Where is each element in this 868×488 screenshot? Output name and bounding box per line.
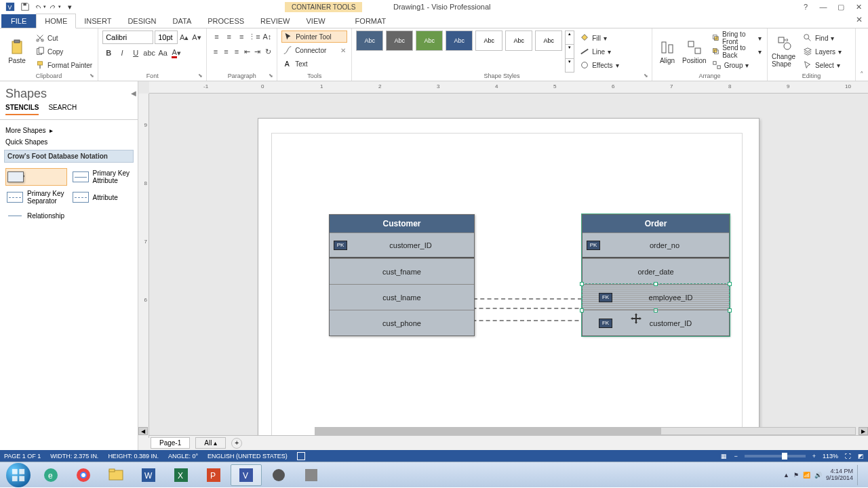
case-icon[interactable]: Aa	[157, 47, 169, 59]
tab-design[interactable]: DESIGN	[119, 14, 164, 28]
entity-row-selected[interactable]: FK employee_ID	[583, 284, 729, 310]
entity-order[interactable]: Order PK order_no order_date FK employee…	[582, 214, 730, 336]
quick-shapes-button[interactable]: Quick Shapes	[4, 137, 134, 150]
zoom-slider[interactable]	[745, 455, 806, 458]
bullets-icon[interactable]: ⋮≡	[248, 30, 260, 43]
shape-entity[interactable]: Entity	[5, 168, 67, 186]
style-swatch-4[interactable]: Abc	[446, 30, 473, 51]
horizontal-scrollbar[interactable]	[315, 427, 856, 435]
fit-page-icon[interactable]: ⛶	[845, 453, 851, 460]
tab-data[interactable]: DATA	[165, 14, 200, 28]
style-swatch-2[interactable]: Abc	[386, 30, 413, 51]
format-painter-button[interactable]: Format Painter	[34, 59, 94, 71]
copy-button[interactable]: Copy	[34, 45, 94, 58]
send-back-button[interactable]: Send to Back▾	[711, 45, 763, 58]
layers-button[interactable]: Layers▾	[802, 45, 843, 58]
rotate-text-icon[interactable]: ↻	[264, 45, 273, 58]
zoom-out-icon[interactable]: −	[734, 453, 737, 460]
bold-icon[interactable]: B	[102, 47, 115, 59]
entity-row[interactable]: PK customer_ID	[330, 232, 474, 258]
all-tab[interactable]: All ▴	[195, 437, 226, 449]
style-swatch-3[interactable]: Abc	[416, 30, 443, 51]
show-desktop-button[interactable]	[857, 465, 863, 485]
align-top-icon[interactable]: ≡	[211, 30, 222, 43]
task-excel[interactable]: X	[165, 464, 197, 486]
add-page-icon[interactable]: +	[231, 438, 242, 449]
entity-customer[interactable]: Customer PK customer_ID cust_fname cust_…	[329, 214, 475, 336]
tray-flag-icon[interactable]: ⚑	[793, 472, 799, 479]
align-left-icon[interactable]: ≡	[211, 45, 220, 58]
scroll-left-end-icon[interactable]: ◀	[138, 427, 149, 435]
grow-font-icon[interactable]: A▴	[179, 31, 190, 43]
inc-indent-icon[interactable]: ⇥	[253, 45, 262, 58]
dec-indent-icon[interactable]: ⇤	[243, 45, 252, 58]
close-document-icon[interactable]: ✕	[856, 15, 863, 24]
stencils-tab[interactable]: STENCILS	[5, 104, 39, 115]
style-swatch-5[interactable]: Abc	[475, 30, 502, 51]
connector-button[interactable]: Connector✕	[281, 44, 347, 56]
style-swatch-7[interactable]: Abc	[535, 30, 562, 51]
task-ie[interactable]: e	[35, 464, 66, 486]
style-swatch-6[interactable]: Abc	[505, 30, 532, 51]
macro-record-icon[interactable]	[297, 452, 305, 460]
shape-attribute[interactable]: Attribute	[71, 188, 133, 206]
tray-up-icon[interactable]: ▲	[783, 472, 789, 479]
tab-view[interactable]: VIEW	[298, 14, 333, 28]
undo-icon[interactable]: ▾	[34, 1, 46, 13]
font-name-input[interactable]: Calibri	[102, 30, 153, 44]
task-chrome[interactable]	[68, 464, 99, 486]
relationship-line[interactable]	[473, 298, 582, 300]
canvas[interactable]: Customer PK customer_ID cust_fname cust_…	[149, 94, 868, 435]
page-tab[interactable]: Page-1	[151, 437, 190, 449]
strike-icon[interactable]: abc	[143, 47, 155, 59]
effects-button[interactable]: Effects▾	[578, 59, 620, 71]
task-powerpoint[interactable]: P	[198, 464, 229, 486]
paste-button[interactable]: Paste	[4, 30, 30, 73]
tab-home[interactable]: HOME	[36, 14, 76, 28]
bring-front-button[interactable]: Bring to Front▾	[711, 32, 763, 44]
qat-customize-icon[interactable]: ▾	[64, 1, 76, 13]
style-swatch-1[interactable]: Abc	[356, 30, 383, 51]
entity-row[interactable]: order_date	[583, 258, 729, 284]
style-gallery[interactable]: Abc Abc Abc Abc Abc Abc Abc ▴▾▾	[356, 30, 574, 73]
shape-pk-separator[interactable]: Primary Key Separator	[5, 188, 67, 206]
position-button[interactable]: Position	[682, 30, 707, 73]
orientation-icon[interactable]: A↕	[262, 30, 273, 43]
tab-review[interactable]: REVIEW	[252, 14, 298, 28]
select-button[interactable]: Select▾	[802, 59, 843, 71]
scroll-right-end-icon[interactable]: ▶	[859, 427, 868, 435]
align-center-icon[interactable]: ≡	[222, 45, 231, 58]
tray-clock[interactable]: 4:14 PM 9/19/2014	[826, 468, 853, 482]
tab-format[interactable]: FORMAT	[347, 14, 395, 28]
start-button[interactable]	[3, 464, 34, 486]
font-launcher-icon[interactable]: ⬊	[198, 73, 205, 79]
minimize-icon[interactable]: —	[816, 1, 830, 12]
collapse-ribbon-icon[interactable]: ˄	[856, 28, 868, 81]
font-color-icon[interactable]: A▾	[170, 47, 182, 59]
fill-button[interactable]: Fill▾	[578, 32, 620, 44]
stencil-header[interactable]: Crow's Foot Database Notation	[4, 150, 134, 163]
tab-insert[interactable]: INSERT	[76, 14, 119, 28]
hscroll-thumb[interactable]	[315, 428, 661, 434]
maximize-icon[interactable]: ▢	[834, 1, 848, 12]
font-size-input[interactable]: 10pt	[155, 30, 177, 44]
tray-network-icon[interactable]: 📶	[803, 472, 810, 479]
help-icon[interactable]: ?	[799, 1, 812, 12]
styles-launcher-icon[interactable]: ⬊	[644, 73, 650, 79]
change-shape-button[interactable]: Change Shape	[772, 30, 797, 73]
shape-pk-attribute[interactable]: Primary Key Attribute	[71, 168, 133, 186]
visio-icon[interactable]: V	[4, 1, 16, 13]
find-button[interactable]: Find▾	[802, 32, 843, 44]
line-button[interactable]: Line▾	[578, 45, 620, 58]
more-shapes-button[interactable]: More Shapes ▸	[4, 124, 134, 137]
entity-row[interactable]: cust_phone	[330, 310, 474, 336]
presentation-mode-icon[interactable]: ▦	[721, 453, 727, 460]
task-app2[interactable]	[296, 464, 327, 486]
underline-icon[interactable]: U	[130, 47, 142, 59]
entity-row[interactable]: cust_lname	[330, 284, 474, 310]
entity-row[interactable]: cust_fname	[330, 258, 474, 284]
italic-icon[interactable]: I	[116, 47, 128, 59]
tray-volume-icon[interactable]: 🔊	[814, 472, 822, 479]
shapes-collapse-icon[interactable]: ◀	[131, 89, 136, 97]
status-language[interactable]: ENGLISH (UNITED STATES)	[208, 453, 288, 460]
